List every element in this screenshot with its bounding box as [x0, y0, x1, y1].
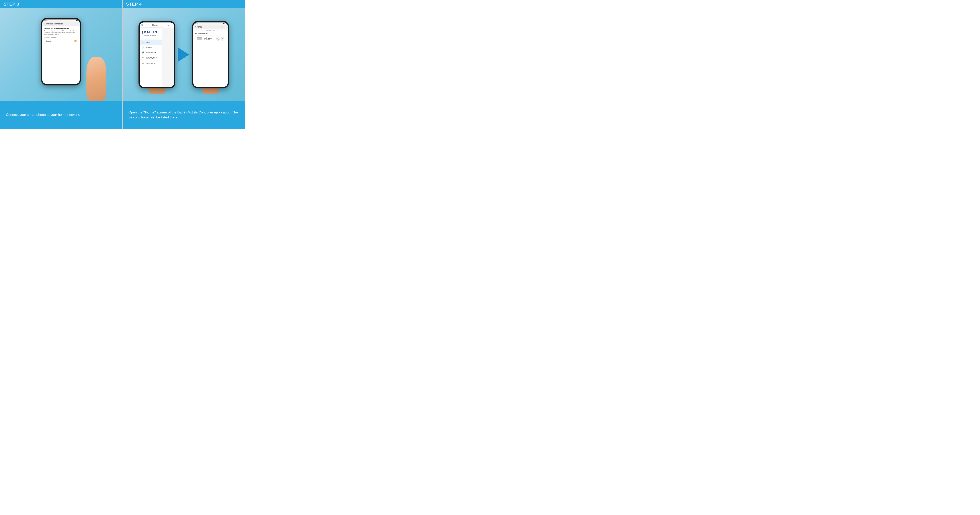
units-status-icons: ▲ ■ ■ ■: [221, 23, 226, 24]
home-icon: ⌂: [142, 41, 144, 43]
sidebar-home-label: Home: [146, 41, 150, 43]
sidebar-vacation-label: Vacation mode: [146, 52, 156, 54]
step3-label: STEP 3: [3, 2, 19, 6]
unit-controls: ◯ ℹ: [216, 37, 224, 41]
step4-desc-bold: "Home": [143, 110, 156, 114]
units-section-title: Air conditioner(1): [193, 31, 228, 35]
units-status-time: 10:17: [194, 23, 198, 24]
sidebar-item-schedule[interactable]: ⏱ Schedule: [140, 45, 162, 50]
schedule-icon: ⏱: [142, 46, 144, 48]
sidebar-item-vacation[interactable]: 🧳 Vacation mode: [140, 50, 162, 55]
status-bar: 10:15 ▲ ■ ■: [42, 19, 80, 22]
network-item-router[interactable]: Router 📶: [44, 39, 78, 43]
step4-header: STEP 4: [123, 0, 245, 8]
wireless-nav-bar: ‹ Wireless connection: [42, 22, 80, 26]
rescan-title: Rescan for wireless networks: [44, 27, 78, 29]
unit-temp-icon: 🌡: [204, 39, 205, 41]
unit-info: Unit name 🌡 29°C A: [204, 37, 215, 41]
units-nav-bar: ≡ Units ↻ ⋮: [193, 25, 228, 29]
units-refresh-icon[interactable]: ↻: [221, 26, 223, 28]
wireless-nav-title: Wireless connection: [46, 23, 63, 25]
daikin-logo-text: DAIKIN: [144, 30, 157, 34]
unit-power-button[interactable]: ◯: [216, 37, 220, 41]
wireless-screen-content: Rescan for wireless networks Please sele…: [42, 26, 80, 45]
unit-temp: 🌡 29°C A: [204, 39, 215, 41]
units-nav-title: Units: [197, 26, 220, 28]
home-header-title: Home: [144, 24, 166, 26]
step3-desc-text: Connect your smart phone to your home ne…: [6, 112, 80, 118]
right-panel: STEP 4 ≡ Home ↻ •••: [123, 0, 245, 129]
unit-name: Unit name: [204, 37, 215, 39]
step4-desc-text: Open the "Home" screen of the Daikin Mob…: [129, 110, 239, 120]
left-panel: STEP 3 10:15 ▲ ■ ■: [0, 0, 123, 129]
rescan-description: Please select your home network in the l…: [44, 30, 78, 35]
login-icon: 📍: [142, 57, 144, 59]
step4-phone-area: ≡ Home ↻ •••: [123, 8, 245, 101]
step3-header: STEP 3: [0, 0, 122, 8]
step3-description: Connect your smart phone to your home ne…: [0, 101, 122, 129]
back-arrow-icon[interactable]: ‹: [44, 23, 45, 25]
units-hamburger-icon[interactable]: ≡: [195, 25, 196, 28]
sidebar-login-label: Log in (Not at home)"Out-of-Home": [146, 57, 158, 59]
step4-desc-part1: Open the: [129, 110, 143, 114]
sidebar-item-demo[interactable]: ⚙ DEMO mode: [140, 61, 162, 66]
units-more-icon[interactable]: ⋮: [224, 26, 226, 28]
unit-thumbnail: [197, 37, 202, 40]
status-icons: ▲ ■ ■: [74, 20, 78, 21]
choose-network-label: Choose a network...: [44, 37, 78, 38]
home-app-header: ≡ Home ↻ •••: [140, 22, 174, 28]
unit-temp-value: 29°C A: [206, 39, 210, 41]
more-icon[interactable]: •••: [171, 24, 172, 26]
refresh-icon[interactable]: ↻: [167, 24, 169, 26]
wifi-icon: 📶: [74, 40, 76, 42]
sidebar-logo-area: ⟩ DAIKIN "In-Home" (At home): [140, 28, 162, 40]
step3-phone-area: 10:15 ▲ ■ ■ ‹ Wireless connection Rescan…: [0, 8, 122, 101]
main-content-faded: [162, 28, 174, 87]
right-arrow-indicator: [178, 48, 189, 62]
vacation-icon: 🧳: [142, 51, 144, 54]
sidebar-overlay: ⟩ DAIKIN "In-Home" (At home) ⌂ Home: [140, 28, 174, 87]
sidebar-item-login[interactable]: 📍 Log in (Not at home)"Out-of-Home": [140, 55, 162, 61]
status-time: 10:15: [44, 20, 48, 21]
arrow-right-icon: [178, 48, 189, 62]
sidebar-schedule-label: Schedule: [146, 46, 152, 48]
step4-label: STEP 4: [126, 2, 142, 6]
step4-description: Open the "Home" screen of the Daikin Mob…: [123, 101, 245, 129]
unit-info-button[interactable]: ℹ: [221, 37, 224, 41]
network-name-router: Router: [46, 40, 51, 42]
main-container: STEP 3 10:15 ▲ ■ ■: [0, 0, 245, 129]
sidebar-menu: ⟩ DAIKIN "In-Home" (At home) ⌂ Home: [140, 28, 162, 87]
units-last-update: — Last update at 10:17 —: [193, 29, 228, 31]
demo-icon: ⚙: [142, 62, 144, 65]
unit-card[interactable]: Unit name 🌡 29°C A ◯ ℹ: [195, 36, 226, 42]
sidebar-demo-label: DEMO mode: [146, 63, 155, 64]
hamburger-icon[interactable]: ≡: [141, 24, 143, 26]
daikin-logo: ⟩ DAIKIN: [142, 30, 160, 35]
daikin-chevron-icon: ⟩: [142, 30, 143, 35]
units-status-bar: 10:17 ▲ ■ ■ ■: [193, 22, 228, 25]
home-subtitle: "In-Home" (At home): [142, 35, 160, 37]
sidebar-item-home[interactable]: ⌂ Home: [140, 40, 162, 45]
